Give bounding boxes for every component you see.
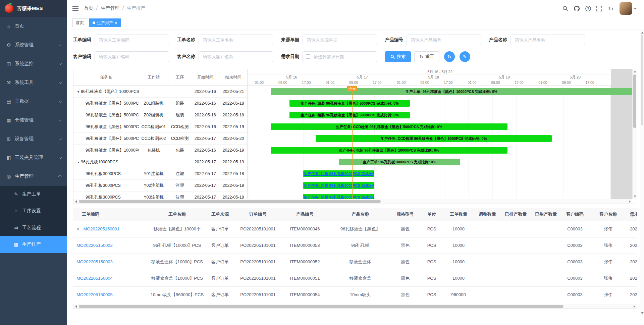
filter-input[interactable]	[407, 35, 481, 45]
start-time-cell: 2022-05-16	[191, 109, 219, 121]
gantt-task-row[interactable]: ▾ 96孔孔板10000PCS 2022-05-17 2022-05-19	[73, 156, 247, 168]
order-code-link[interactable]: MO202205150005	[76, 292, 113, 297]
scroll-left-arrow[interactable]	[75, 305, 77, 308]
gantt-task-row[interactable]: ▾ 96孔孔板3000PCS Y01注塑机 注塑 2022-05-17 2022…	[73, 168, 247, 180]
github-icon[interactable]	[574, 5, 580, 11]
sidebar-item[interactable]: 主数据	[0, 92, 67, 111]
hscroll-thumb[interactable]	[79, 305, 564, 308]
gantt-bar[interactable]: 生产任务: CCD检测 96孔移液盒【黑色】5000PCS 完成比例: 0%	[271, 123, 508, 130]
app-logo[interactable]: 苦糖果MES	[0, 0, 67, 17]
scroll-up-arrow[interactable]	[641, 32, 644, 34]
filter-field: 工单名称	[177, 35, 273, 45]
hour-labels: 01:00 09:00 17:00	[540, 80, 610, 86]
filter-input[interactable]	[199, 35, 273, 45]
filter-label: 客户编码	[73, 54, 91, 60]
sidebar-item[interactable]: 设备管理	[0, 129, 67, 148]
scroll-right-arrow[interactable]	[634, 305, 635, 308]
sidebar-item[interactable]: 生产管理	[0, 167, 67, 186]
order-code-link[interactable]: MO202205150003	[76, 259, 113, 264]
filter-input[interactable]	[511, 35, 585, 45]
breadcrumb-item[interactable]: 生产排产	[127, 5, 146, 11]
gantt-task-row[interactable]: ▾ 96孔孔板3000PCS Y03注塑机 注塑 2022-05-17 2022…	[73, 192, 247, 199]
gantt-task-row[interactable]: ▾ 96孔移液盒【黑色】10000PCS 2022-05-16 2022-05-…	[73, 86, 247, 98]
breadcrumb-item[interactable]: 首页	[84, 5, 101, 11]
page-scroll-thumb[interactable]	[641, 35, 643, 125]
gantt-bar[interactable]: 生产任务: CCD检测 96孔移液盒【黑色】5000PCS 完成比例: 0%	[316, 135, 552, 142]
gantt-bar[interactable]: 生产任务: 组装 96孔移液盒【黑色】5000PCS 完成比例: 0%	[289, 100, 410, 107]
filter-input[interactable]	[95, 51, 169, 62]
workstation-cell: Z02组装机	[139, 109, 169, 121]
search-button[interactable]: 搜索	[385, 51, 411, 62]
sidebar-subitem[interactable]: 工艺流程	[0, 219, 67, 236]
sidebar-item[interactable]: 工装夹具管理	[0, 148, 67, 167]
process-cell: CCD检测	[168, 133, 191, 144]
sidebar-toggle-icon[interactable]	[72, 6, 78, 11]
filter-input[interactable]	[303, 35, 377, 45]
view-tab[interactable]: 首页 ×	[72, 18, 87, 27]
workstation-cell: CCD检测#01	[139, 121, 169, 132]
gantt-bar[interactable]: 生产任务: 注塑 96孔孔板3000PCS 完成比例: 0%	[303, 182, 374, 189]
workstation-cell: CCD检测#02	[139, 133, 169, 144]
navbar-actions: ? TT ▾	[562, 2, 639, 15]
breadcrumb: 首页 生产管理 生产排产	[84, 5, 146, 11]
unit-cell: PCS	[420, 254, 443, 270]
sidebar-subitem[interactable]: 生产工单	[0, 186, 67, 203]
order-row[interactable]: ∨ MO202205150005 10mm吸头【960000】PCS 客户订单 …	[73, 286, 637, 303]
sidebar-item[interactable]: 系统工具	[0, 73, 67, 92]
order-code-link[interactable]: MO202205150001	[83, 226, 119, 231]
sidebar-item[interactable]: 首页	[0, 17, 67, 36]
order-code-link[interactable]: MO202205150002	[76, 243, 113, 248]
sidebar-subitem[interactable]: 生产排产	[0, 236, 67, 253]
scroll-down-arrow[interactable]	[634, 196, 636, 197]
gantt-task-row[interactable]: ▾ 96孔移液盒【黑色】5000PCS CCD检测#01 CCD检测 2022-…	[73, 121, 247, 133]
scroll-right-arrow[interactable]	[629, 200, 631, 203]
scroll-left-arrow[interactable]	[75, 200, 77, 203]
gantt-bar[interactable]: 生产工单: 96孔孔板10000PCS 完成比例: 0%	[339, 159, 460, 165]
view-tab[interactable]: 生产排产 ×	[89, 18, 121, 27]
collapse-caret-icon[interactable]: ▾	[77, 90, 79, 94]
search-icon[interactable]	[562, 6, 568, 11]
scroll-down-arrow[interactable]	[641, 312, 644, 314]
gantt-task-row[interactable]: ▾ 96孔孔板3000PCS Y02注塑机 注塑 2022-05-17 2022…	[73, 180, 247, 192]
collapse-caret-icon[interactable]: ▾	[77, 160, 79, 164]
gantt-task-row[interactable]: ▾ 96孔移液盒【黑色】5000PCS Z01组装机 组装 2022-05-16…	[73, 98, 247, 109]
date-input[interactable]	[303, 51, 377, 62]
user-menu[interactable]: ▾	[620, 2, 636, 15]
gantt-bar[interactable]: 生产任务: 组装 96孔移液盒【黑色】5000PCS 完成比例: 0%	[289, 112, 410, 118]
font-size-icon[interactable]: TT	[607, 6, 614, 11]
gantt-bar[interactable]: 生产任务: 注塑 96孔孔板3000PCS 完成比例: 0%	[303, 194, 374, 199]
reset-button[interactable]: ↻ 重置	[414, 51, 439, 62]
refresh-schedule-button[interactable]: ↻	[444, 51, 455, 62]
sidebar-subitem[interactable]: 工序设置	[0, 203, 67, 219]
sidebar-item[interactable]: 系统管理	[0, 36, 67, 54]
avatar[interactable]	[620, 2, 632, 15]
workstation-cell	[139, 156, 169, 168]
gantt-bar[interactable]: 生产工单: 96孔移液盒【黑色】10000PCS 完成比例: 0%	[271, 88, 632, 95]
gantt-task-row[interactable]: ▾ 96孔移液盒【黑色】10000PCS 包装机 包装 2022-05-16 2…	[73, 145, 247, 156]
order-row[interactable]: ∨ MO202205150002 96孔孔板【10000】PCS 客户订单 PO…	[73, 237, 637, 254]
gantt-bar[interactable]: 生产任务: 包装 96孔移液盒【黑色】10000PCS 完成比例: 0%	[271, 147, 508, 154]
gantt-task-row[interactable]: ▾ 96孔移液盒【黑色】5000PCS Z02组装机 组装 2022-05-16…	[73, 109, 247, 121]
gantt-bar[interactable]: 生产任务: 注塑 96孔孔板3000PCS 完成比例: 0%	[303, 170, 374, 177]
start-time-cell: 2022-05-16	[191, 145, 219, 156]
breadcrumb-item[interactable]: 生产管理	[101, 5, 127, 11]
sidebar-item[interactable]: 仓储管理	[0, 111, 67, 129]
gantt-bar-label: 生产任务: 注塑 96孔孔板3000PCS 完成比例: 0%	[304, 171, 374, 176]
help-icon[interactable]: ?	[585, 6, 591, 11]
edit-schedule-button[interactable]: ✎	[460, 51, 470, 62]
expand-caret-icon[interactable]: ∨	[76, 227, 79, 231]
scroll-up-arrow[interactable]	[634, 71, 636, 72]
gantt-task-row[interactable]: ▾ 96孔移液盒【黑色】5000PCS CCD检测#02 CCD检测 2022-…	[73, 133, 247, 145]
close-icon[interactable]: ×	[115, 21, 117, 25]
order-code-link[interactable]: MO202205150004	[76, 276, 113, 281]
filter-input[interactable]	[199, 51, 273, 62]
fullscreen-icon[interactable]	[596, 6, 602, 11]
order-row[interactable]: ∨ MO202205150004 移液盒盒盖【10000】PCS 客户订单 PO…	[73, 270, 637, 286]
order-row[interactable]: ∨ MO202205150001 移液盒【黑色】10000个 客户订单 PO20…	[73, 221, 637, 237]
order-row[interactable]: ∨ MO202205150003 移液盒盒体【10000】PCS 客户订单 PO…	[73, 254, 637, 270]
hscroll-thumb[interactable]	[79, 200, 381, 203]
vscroll-thumb[interactable]	[633, 74, 636, 128]
sidebar-item-label: 首页	[15, 23, 61, 29]
filter-input[interactable]	[95, 35, 169, 45]
sidebar-item[interactable]: 系统监控	[0, 54, 67, 73]
